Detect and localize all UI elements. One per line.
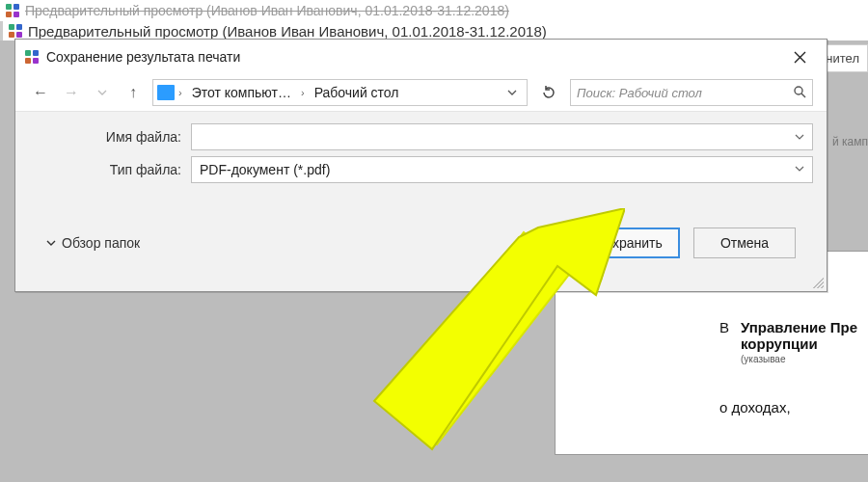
filename-input[interactable] bbox=[191, 123, 813, 150]
svg-rect-3 bbox=[14, 12, 19, 17]
svg-rect-0 bbox=[6, 4, 12, 10]
doc-income: о доходах, bbox=[719, 399, 868, 415]
doc-line1: Управление Пре bbox=[741, 319, 857, 335]
chevron-down-icon[interactable] bbox=[507, 86, 517, 100]
app-icon bbox=[7, 22, 24, 40]
close-button[interactable] bbox=[780, 43, 819, 70]
chevron-down-icon bbox=[46, 235, 56, 251]
dialog-titlebar[interactable]: Сохранение результата печати bbox=[15, 40, 827, 74]
filetype-label: Тип файла: bbox=[29, 162, 191, 177]
svg-rect-2 bbox=[6, 12, 12, 17]
browse-label: Обзор папок bbox=[62, 235, 140, 251]
svg-rect-4 bbox=[9, 24, 14, 30]
doc-sub: (указывае bbox=[741, 354, 857, 364]
dialog-title: Сохранение результата печати bbox=[46, 49, 240, 65]
chevron-right-icon[interactable]: › bbox=[299, 87, 307, 98]
chevron-down-icon[interactable] bbox=[795, 129, 804, 145]
app-icon bbox=[4, 2, 21, 19]
crumb-computer[interactable]: Этот компьют… bbox=[186, 85, 297, 100]
chevron-down-icon[interactable] bbox=[795, 164, 804, 175]
save-button[interactable]: Сохранить bbox=[578, 228, 680, 258]
cancel-button[interactable]: Отмена bbox=[693, 228, 796, 258]
svg-rect-8 bbox=[25, 50, 31, 56]
svg-rect-6 bbox=[9, 32, 14, 38]
svg-rect-11 bbox=[33, 58, 39, 64]
crumb-desktop[interactable]: Рабочий стол bbox=[309, 85, 405, 100]
recent-dropdown[interactable] bbox=[91, 81, 114, 104]
up-button[interactable]: ↑ bbox=[122, 81, 145, 104]
forward-button[interactable]: → bbox=[60, 81, 83, 104]
doc-line2: коррупции bbox=[741, 335, 857, 352]
svg-rect-10 bbox=[25, 58, 31, 64]
search-icon[interactable] bbox=[793, 85, 806, 101]
svg-point-12 bbox=[795, 87, 802, 94]
svg-rect-7 bbox=[16, 32, 22, 38]
bg-title-text-1: Предварительный просмотр (Иванов Иван Ив… bbox=[25, 3, 509, 18]
filename-label: Имя файла: bbox=[29, 129, 191, 145]
search-input[interactable]: Поиск: Рабочий стол bbox=[570, 79, 813, 106]
back-button[interactable]: ← bbox=[29, 81, 52, 104]
nav-row: ← → ↑ › Этот компьют… › Рабочий стол Пои… bbox=[15, 74, 827, 111]
save-dialog: Сохранение результата печати ← → ↑ › Это… bbox=[14, 39, 827, 292]
filetype-select[interactable]: PDF-документ (*.pdf) bbox=[191, 156, 813, 183]
doc-prefix: В bbox=[719, 319, 729, 335]
svg-rect-5 bbox=[16, 24, 22, 30]
browse-folders-toggle[interactable]: Обзор папок bbox=[46, 235, 140, 251]
svg-line-13 bbox=[801, 94, 805, 97]
refresh-button[interactable] bbox=[535, 79, 562, 106]
filetype-value: PDF-документ (*.pdf) bbox=[200, 162, 330, 177]
chevron-right-icon[interactable]: › bbox=[176, 87, 184, 98]
form-area: Имя файла: Тип файла: PDF-документ (*.pd… bbox=[15, 111, 827, 291]
search-placeholder: Поиск: Рабочий стол bbox=[577, 86, 702, 100]
svg-rect-1 bbox=[14, 4, 19, 10]
svg-rect-9 bbox=[33, 50, 39, 56]
resize-grip[interactable] bbox=[810, 275, 824, 288]
breadcrumb[interactable]: › Этот компьют… › Рабочий стол bbox=[152, 79, 528, 106]
app-icon bbox=[23, 48, 41, 66]
pc-icon bbox=[157, 85, 175, 100]
bg-title-text-2: Предварительный просмотр (Иванов Иван Ив… bbox=[28, 23, 547, 40]
partial-text: й камп bbox=[832, 135, 868, 148]
